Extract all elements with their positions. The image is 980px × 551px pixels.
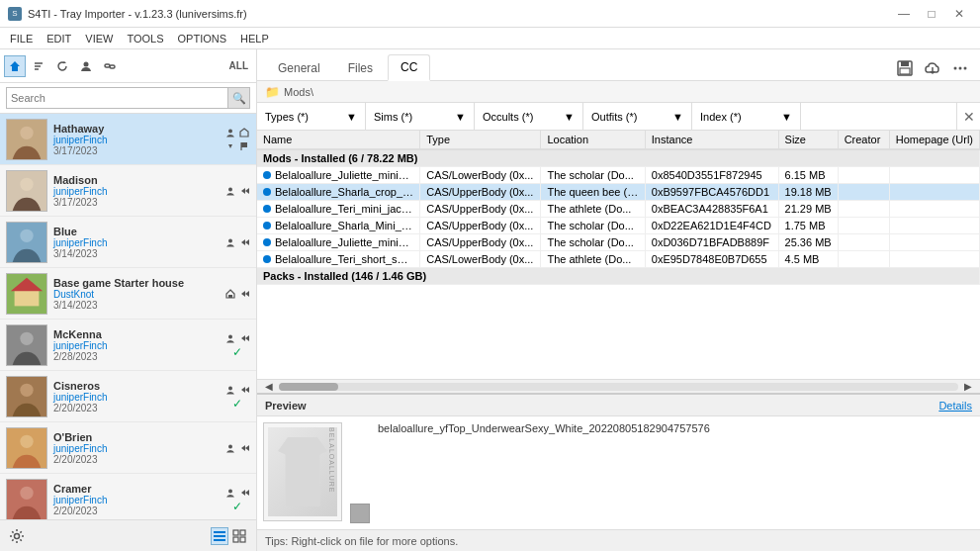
sidebar-item-info: Cisneros juniperFinch 2/20/2023 [53,380,219,413]
scroll-right-btn[interactable]: ▶ [958,380,978,394]
types-filter[interactable]: Types (*) ▼ [257,103,366,130]
table-area[interactable]: Name Type Location Instance Size Creator… [257,131,980,379]
col-instance[interactable]: Instance [645,131,778,149]
person-icon [224,442,236,454]
occults-filter[interactable]: Occults (*) ▼ [475,103,583,130]
person-icon [224,332,236,344]
table-row[interactable]: Belaloallure_Juliette_mini_sweat... CAS/… [257,234,980,251]
icon-row [224,127,250,138]
cell-name: Belaloallure_Sharla_Mini_skirt [257,218,420,234]
menu-options[interactable]: OPTIONS [172,31,233,46]
search-button[interactable]: 🔍 [227,88,249,108]
sidebar-item-sub: juniperFinch [53,237,219,248]
cell-name: Belaloallure_Juliette_mini_skirt [257,167,420,184]
menu-tools[interactable]: TOOLS [121,31,169,46]
svg-rect-5 [105,64,110,67]
scroll-thumb[interactable] [279,383,338,391]
save-button[interactable] [893,56,917,80]
person-icon-btn[interactable] [75,55,97,77]
list-item[interactable]: Madison juniperFinch 3/17/2023 [0,165,256,217]
close-button[interactable]: ✕ [946,5,972,23]
avatar [6,273,47,315]
list-item[interactable]: Cisneros juniperFinch 2/20/2023 ✓ [0,371,256,422]
list-item[interactable]: Cramer juniperFinch 2/20/2023 ✓ [0,474,256,519]
menu-view[interactable]: VIEW [79,31,119,46]
preview-details-link[interactable]: Details [938,400,972,412]
col-name[interactable]: Name [257,131,420,149]
cell-instance: 0xE95D7848E0B7D655 [645,251,778,268]
cloud-button[interactable] [921,56,944,80]
sidebar-item-info: McKenna juniperFinch 2/28/2023 [53,328,219,362]
list-item[interactable]: O'Brien juniperFinch 2/20/2023 [0,422,256,474]
table-row[interactable]: Belaloallure_Juliette_mini_skirt CAS/Low… [257,167,980,184]
person-icon [224,236,236,248]
list-view-button[interactable] [211,527,228,545]
col-location[interactable]: Location [541,131,645,149]
search-bar: 🔍 [0,83,256,114]
horizontal-scrollbar[interactable]: ◀ ▶ [257,379,980,393]
flag-icon [238,140,250,152]
cell-size: 6.15 MB [778,167,838,184]
sidebar-list[interactable]: Hathaway juniperFinch 3/17/2023 [0,114,256,519]
all-filter[interactable]: ALL [225,58,252,73]
sidebar-item-sub: juniperFinch [53,392,219,403]
settings-icon-btn[interactable] [8,527,26,545]
arrow-icon [238,288,250,300]
list-item[interactable]: Hathaway juniperFinch 3/17/2023 [0,114,256,165]
list-item[interactable]: Base game Starter house DustKnot 3/14/20… [0,268,256,320]
sims-filter[interactable]: Sims (*) ▼ [366,103,475,130]
arrow-icon [238,332,250,344]
filter-close-button[interactable]: ✕ [956,103,980,131]
table-row[interactable]: Belaloallure_Sharla_Mini_skirt CAS/Upper… [257,218,980,234]
refresh-button[interactable] [51,55,73,77]
tabs-bar: General Files CC [257,49,980,81]
col-size[interactable]: Size [778,131,838,149]
sort-button[interactable] [28,55,49,77]
grid-view-button[interactable] [230,527,248,545]
types-chevron-icon: ▼ [346,111,357,123]
tab-files[interactable]: Files [335,55,386,80]
preview-color-swatch[interactable] [350,504,370,523]
scroll-track[interactable] [279,383,958,391]
filter-bar: Types (*) ▼ Sims (*) ▼ Occults (*) ▼ Out… [257,103,980,131]
icon-row [224,236,250,248]
cell-instance: 0xBEAC3A428835F6A1 [645,201,778,218]
outfits-filter[interactable]: Outfits (*) ▼ [583,103,692,130]
home-button[interactable] [4,55,26,77]
icon-row [224,487,250,499]
index-filter[interactable]: Index (*) ▼ [692,103,801,130]
icon-row [224,442,250,454]
table-row[interactable]: Belaloallure_Teri_mini_jacket CAS/UpperB… [257,201,980,218]
link-button[interactable] [99,55,121,77]
cell-type: CAS/LowerBody (0x... [420,251,541,268]
menu-edit[interactable]: EDIT [41,31,77,46]
list-item[interactable]: Blue juniperFinch 3/14/2023 [0,217,256,268]
svg-point-42 [20,434,33,447]
preview-info: belaloallure_yfTop_UnderwearSexy_White_2… [378,422,974,523]
col-homepage[interactable]: Homepage (Url) [889,131,979,149]
menu-help[interactable]: HELP [234,31,275,46]
table-row[interactable]: Belaloallure_Sharla_crop_shirt CAS/Upper… [257,184,980,201]
maximize-button[interactable]: □ [919,5,944,23]
sidebar-item-sub: juniperFinch [53,495,219,505]
col-creator[interactable]: Creator [838,131,889,149]
svg-point-71 [959,67,962,70]
menu-dots-button[interactable] [948,56,972,80]
svg-rect-12 [241,142,247,147]
avatar [6,376,47,417]
arrow-icon [238,384,250,396]
scroll-left-btn[interactable]: ◀ [259,380,279,394]
cell-type: CAS/LowerBody (0x... [420,167,541,184]
tab-general[interactable]: General [265,55,333,80]
minimize-button[interactable]: — [891,5,917,23]
table-row[interactable]: Belaloallure_Teri_short_shorts CAS/Lower… [257,251,980,268]
svg-marker-22 [241,239,245,245]
col-type[interactable]: Type [420,131,541,149]
menu-file[interactable]: FILE [4,31,39,46]
list-item[interactable]: McKenna juniperFinch 2/28/2023 ✓ [0,320,256,371]
tab-cc[interactable]: CC [388,54,430,81]
dot-icon [263,255,271,263]
app-icon: S [8,7,22,21]
search-input[interactable] [7,92,227,104]
search-container: 🔍 [6,87,250,109]
